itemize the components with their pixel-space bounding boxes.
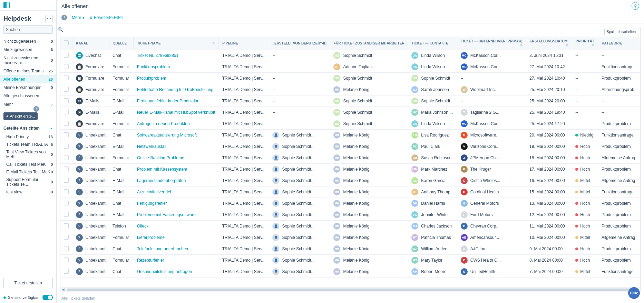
table-row[interactable]: ?Unbekannt E-Mail Lagerbestände überprüf… bbox=[60, 175, 640, 186]
shared-view-item[interactable]: Call Tickets Test MeK0 bbox=[0, 161, 56, 168]
row-checkbox[interactable] bbox=[64, 132, 69, 137]
row-checkbox[interactable] bbox=[64, 246, 69, 251]
th-company[interactable]: TICKET — UNTERNEHMEN (PRIMÄR)⇅ bbox=[457, 37, 526, 50]
info-badge-icon[interactable]: i bbox=[33, 106, 39, 112]
sidebar-item[interactable]: Offene meines Teams25 bbox=[0, 67, 56, 75]
ticket-name-link[interactable]: Netzwerkausfall bbox=[137, 144, 166, 149]
row-checkbox[interactable] bbox=[64, 257, 69, 262]
more-dropdown[interactable]: Mehr ▾ bbox=[72, 15, 85, 20]
info-badge-icon[interactable]: i bbox=[61, 15, 67, 20]
row-checkbox[interactable] bbox=[64, 53, 69, 58]
ticket-name-link[interactable]: Lieferprobleme bbox=[137, 235, 165, 240]
row-checkbox[interactable] bbox=[64, 64, 69, 69]
advanced-filters-link[interactable]: ≡ Erweiterte Filter bbox=[89, 15, 123, 20]
ticket-name-link[interactable]: Ticket Nr. 2789698851 bbox=[137, 53, 178, 58]
table-row[interactable]: ?Unbekannt Chat Fertigungsfehler TRIALTA… bbox=[60, 198, 640, 209]
availability-toggle[interactable]: ✓ bbox=[42, 295, 53, 300]
row-checkbox[interactable] bbox=[64, 144, 69, 149]
sidebar-item[interactable]: Alle offenen26 bbox=[0, 75, 56, 83]
create-view-button[interactable]: + Ansicht erste... bbox=[3, 112, 38, 120]
table-row[interactable]: 📋Formulare Formular Produktproblem TRIAL… bbox=[60, 73, 640, 84]
row-checkbox[interactable] bbox=[64, 235, 69, 240]
edit-columns-button[interactable]: Spalten bearbeiten bbox=[604, 29, 638, 35]
table-row[interactable]: ?Unbekannt Formular Online-Banking Probl… bbox=[60, 152, 640, 164]
table-row[interactable]: ?Unbekannt Chat Softwareaktualisierung M… bbox=[60, 130, 640, 141]
table-row[interactable]: ?Unbekannt Telefon Ölleck TRIALTA Demo |… bbox=[60, 221, 640, 232]
row-checkbox[interactable] bbox=[64, 166, 69, 171]
ticket-name-link[interactable]: Arzneimittelvertrieb bbox=[137, 190, 173, 194]
sidebar-menu-button[interactable]: ⋯ bbox=[45, 15, 53, 22]
ticket-name-link[interactable]: Softwareaktualisierung Microsoft bbox=[137, 133, 197, 138]
horizontal-scrollbar[interactable] bbox=[60, 287, 640, 292]
sidebar-more[interactable]: Mehr › bbox=[0, 100, 56, 109]
help-icon[interactable]: ? bbox=[632, 2, 639, 10]
row-checkbox[interactable] bbox=[64, 75, 69, 80]
search-input[interactable] bbox=[6, 27, 58, 32]
table-row[interactable]: ?Unbekannt Chat Telefonleitung unterbroc… bbox=[60, 243, 640, 255]
shared-views-header[interactable]: Geteilte Ansichten › bbox=[0, 123, 56, 133]
th-pipeline[interactable]: PIPELINE bbox=[219, 37, 269, 50]
ticket-name-link[interactable]: Anfrage zu neuen Produkten bbox=[137, 121, 190, 126]
ticket-name-link[interactable]: Probleme mit Fahrzeugsoftware bbox=[137, 212, 196, 217]
row-checkbox[interactable] bbox=[64, 223, 69, 228]
shared-view-item[interactable]: Support Formular Tickets Te...0 bbox=[0, 176, 56, 188]
table-row[interactable]: 📋Formulare Formular Anfrage zu neuen Pro… bbox=[60, 118, 640, 130]
row-checkbox[interactable] bbox=[64, 155, 69, 160]
help-fab-button[interactable]: Hilfe bbox=[628, 287, 640, 299]
ticket-name-link[interactable]: Online-Banking Probleme bbox=[137, 155, 184, 160]
sidebar-item[interactable]: Alle geschlossenen bbox=[0, 92, 56, 100]
th-created-by[interactable]: „ERSTELLT VON BENUTZER“-ID bbox=[269, 37, 330, 50]
ticket-name-link[interactable]: Lagerbestände überprüfen bbox=[137, 178, 186, 183]
row-checkbox[interactable] bbox=[64, 178, 69, 183]
sidebar-item[interactable]: Mir zugewiesen6 bbox=[0, 46, 56, 54]
row-checkbox[interactable] bbox=[64, 212, 69, 217]
shared-view-item[interactable]: E-Mail Tickets Test MeK0 bbox=[0, 168, 56, 176]
table-row[interactable]: ?Unbekannt Formular Lieferprobleme TRIAL… bbox=[60, 232, 640, 243]
th-ticket-name[interactable]: TICKET-NAME⇅ bbox=[134, 37, 219, 50]
scrollbar-thumb[interactable] bbox=[67, 289, 634, 291]
table-scroll[interactable]: KANAL QUELLE TICKET-NAME⇅ PIPELINE „ERST… bbox=[60, 37, 640, 287]
table-row[interactable]: ?Unbekannt Chat Gesundheitsleistung anfr… bbox=[60, 266, 640, 277]
row-checkbox[interactable] bbox=[64, 121, 69, 126]
table-row[interactable]: ?Unbekannt E-Mail Netzwerkausfall TRIALT… bbox=[60, 141, 640, 152]
ticket-name-link[interactable]: Rezepturfehler bbox=[137, 258, 164, 263]
th-contacts[interactable]: TICKET — KONTAKTE bbox=[408, 37, 457, 50]
ticket-name-link[interactable]: Telefonleitung unterbrochen bbox=[137, 246, 188, 251]
th-quelle[interactable]: QUELLE bbox=[109, 37, 134, 50]
sidebar-item[interactable]: Meine Erwähnungen0 bbox=[0, 83, 56, 92]
select-all-checkbox[interactable] bbox=[64, 40, 69, 45]
table-row[interactable]: ✉E-Mails E-Mail Fertigungsfehler in der … bbox=[60, 95, 640, 107]
ticket-name-link[interactable]: Gesundheitsleistung anfragen bbox=[137, 269, 192, 274]
sidebar-item[interactable]: Nicht zugewiesene meines Te...0 bbox=[0, 54, 56, 67]
th-category[interactable]: KATEGORIE bbox=[598, 37, 640, 50]
shared-view-item[interactable]: test view0 bbox=[0, 188, 56, 196]
ticket-name-link[interactable]: Neuer E-Mail-Kanal mit HubSpot verknüpft bbox=[137, 110, 215, 115]
row-checkbox[interactable] bbox=[64, 110, 69, 114]
row-checkbox[interactable] bbox=[64, 269, 69, 274]
table-row[interactable]: 📋Formulare Formular Fehlerhafte Rechnung… bbox=[60, 84, 640, 95]
ticket-name-link[interactable]: Funktionsproblem bbox=[137, 64, 170, 69]
th-created-date[interactable]: ERSTELLUNGSDATUM⇅ bbox=[526, 37, 572, 50]
create-ticket-button[interactable]: Ticket erstellen bbox=[3, 278, 53, 288]
th-priority[interactable]: PRIORITÄT⇅ bbox=[572, 37, 598, 50]
table-row[interactable]: ?Unbekannt E-Mail Arzneimittelvertrieb T… bbox=[60, 186, 640, 198]
row-checkbox[interactable] bbox=[64, 201, 69, 205]
table-row[interactable]: 💬Livechat Chat Ticket Nr. 2789698851 TRI… bbox=[60, 50, 640, 61]
table-row[interactable]: ?Unbekannt E-Mail Probleme mit Fahrzeugs… bbox=[60, 209, 640, 221]
table-row[interactable]: ✉E-Mails E-Mail Neuer E-Mail-Kanal mit H… bbox=[60, 107, 640, 118]
sidebar-item[interactable]: Nicht zugewiesen0 bbox=[0, 37, 56, 46]
ticket-name-link[interactable]: Fehlerhafte Rechnung für Großbestellung bbox=[137, 87, 213, 92]
row-checkbox[interactable] bbox=[64, 87, 69, 92]
table-row[interactable]: ?Unbekannt Formular Rezepturfehler TRIAL… bbox=[60, 255, 640, 266]
row-checkbox[interactable] bbox=[64, 98, 69, 103]
ticket-name-link[interactable]: Problem mit Kassensystem bbox=[137, 167, 187, 172]
ticket-name-link[interactable]: Fertigungsfehler in der Produktion bbox=[137, 99, 199, 103]
table-row[interactable]: ?Unbekannt Chat Problem mit Kassensystem… bbox=[60, 164, 640, 175]
row-checkbox[interactable] bbox=[64, 189, 69, 194]
ticket-name-link[interactable]: Produktproblem bbox=[137, 76, 166, 81]
th-kanal[interactable]: KANAL bbox=[72, 37, 109, 50]
shared-view-item[interactable]: Tickets Team TRIALTA5 bbox=[0, 141, 56, 148]
ticket-name-link[interactable]: Ölleck bbox=[137, 224, 148, 229]
shared-view-item[interactable]: High Priority13 bbox=[0, 133, 56, 141]
sidebar-search[interactable]: 🔍 bbox=[3, 25, 53, 34]
